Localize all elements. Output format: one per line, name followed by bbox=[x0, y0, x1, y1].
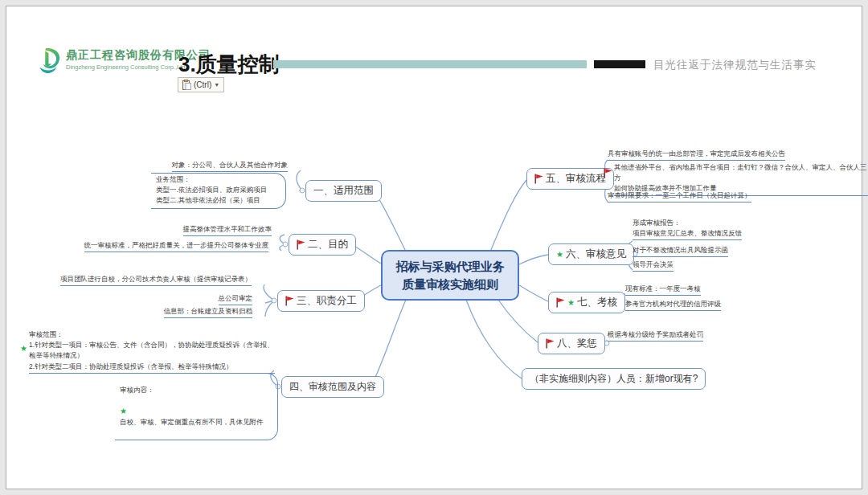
paste-options-button[interactable]: (Ctrl) ▼ bbox=[178, 77, 224, 92]
note-text: 自校、审核、审定侧重点有所不同，具体见附件 bbox=[120, 418, 264, 426]
topic-label: 三、职责分工 bbox=[297, 294, 357, 308]
green-star-icon: ★ bbox=[20, 345, 27, 353]
note: 业务范围： 类型一.依法必招项目、政府采购项目 类型二.其他非依法必招（采）项目 bbox=[151, 173, 286, 209]
green-star-icon: ★ bbox=[567, 299, 575, 307]
topic-purpose[interactable]: 二、目的 bbox=[289, 234, 356, 256]
topic-label: 一、适用范围 bbox=[313, 184, 374, 198]
red-flag-icon bbox=[556, 297, 565, 308]
note: 审核范围： 1.针对类型一项目：审核公告、文件（含合同），协协助处理质疑投诉（含… bbox=[29, 329, 275, 374]
topic-reward-punishment[interactable]: 八、奖惩 bbox=[538, 333, 605, 354]
note: 项目团队进行自校，分公司技术负责人审核（提供审核记录表） bbox=[60, 274, 252, 286]
slide-canvas: 鼎正工程咨询股份有限公司 Dingzheng Engineering Consu… bbox=[6, 6, 862, 489]
note: 提高整体管理水平和工作效率 bbox=[183, 224, 272, 236]
topic-duties[interactable]: 三、职责分工 bbox=[277, 290, 365, 312]
topic-scope[interactable]: 一、适用范围 bbox=[305, 180, 382, 202]
teal-accent-bar bbox=[273, 60, 587, 68]
note: 审查时限要求：一至二个工作日（次日起计算） bbox=[608, 190, 751, 202]
note: 对象：分公司、合伙人及其他合作对象 bbox=[172, 160, 289, 172]
note: 形成审核报告： 项目审核意见汇总表、整改情况反馈 bbox=[633, 218, 742, 240]
red-flag-icon bbox=[546, 338, 555, 349]
company-logo-icon bbox=[37, 47, 64, 77]
topic-label: （非实施细则内容）人员：新增or现有? bbox=[530, 372, 698, 386]
paste-button-label: (Ctrl) bbox=[194, 80, 211, 89]
red-flag-icon bbox=[534, 174, 543, 184]
topic-audit-process[interactable]: 五、审核流程 bbox=[526, 168, 614, 190]
red-flag-icon bbox=[604, 168, 612, 178]
note: 信息部：台账建立及资料归档 bbox=[164, 306, 253, 318]
note: 现有标准：一年度一考核 bbox=[625, 284, 701, 296]
note: 具有审核账号的统一由总部管理，审定完成后发布相关公告 bbox=[608, 149, 785, 161]
caret-down-icon: ▼ bbox=[214, 82, 219, 88]
topic-non-rule-personnel[interactable]: （非实施细则内容）人员：新增or现有? bbox=[522, 368, 706, 390]
topic-label: 七、考核 bbox=[577, 296, 617, 309]
topic-label: 六、审核意见 bbox=[566, 248, 626, 261]
topic-assessment[interactable]: ★ 七、考核 bbox=[548, 292, 625, 313]
note: 审核内容： ★ 自校、审核、审定侧重点有所不同，具体见附件 bbox=[115, 373, 278, 440]
company-name-en: Dingzheng Engineering Consulting Corp.,L… bbox=[66, 63, 185, 71]
slide-tagline: 目光往返于法律规范与生活事实 bbox=[653, 58, 817, 72]
topic-label: 八、奖惩 bbox=[557, 337, 597, 350]
green-star-icon: ★ bbox=[120, 407, 127, 415]
topic-label: 二、目的 bbox=[308, 238, 348, 252]
note: 统一审核标准，严格把好质量关，进一步提升公司整体专业度 bbox=[84, 240, 269, 252]
note: 对于不整改情况出具风险提示函 bbox=[633, 245, 728, 257]
note: 总公司审定 bbox=[219, 293, 253, 305]
red-flag-icon bbox=[285, 296, 294, 306]
topic-audit-scope-content[interactable]: 四、审核范围及内容 bbox=[281, 376, 384, 398]
topic-label: 五、审核流程 bbox=[546, 172, 606, 186]
red-flag-icon bbox=[297, 239, 305, 250]
note: 根据考核分级给予奖励或者处罚 bbox=[608, 329, 703, 342]
topic-label: 四、审核范围及内容 bbox=[289, 380, 376, 394]
note: 参考官方机构对代理的信用评级 bbox=[625, 299, 721, 311]
central-topic[interactable]: 招标与采购代理业务 质量审核实施细则 bbox=[381, 250, 519, 301]
page-title: 3.质量控制 bbox=[178, 51, 280, 79]
green-star-icon: ★ bbox=[556, 251, 563, 259]
note-heading: 审核内容： bbox=[120, 385, 271, 395]
note: 领导开会决策 bbox=[633, 260, 674, 272]
black-accent-bar bbox=[594, 60, 645, 68]
clipboard-icon bbox=[182, 80, 191, 90]
topic-audit-opinion[interactable]: ★ 六、审核意见 bbox=[548, 243, 634, 265]
